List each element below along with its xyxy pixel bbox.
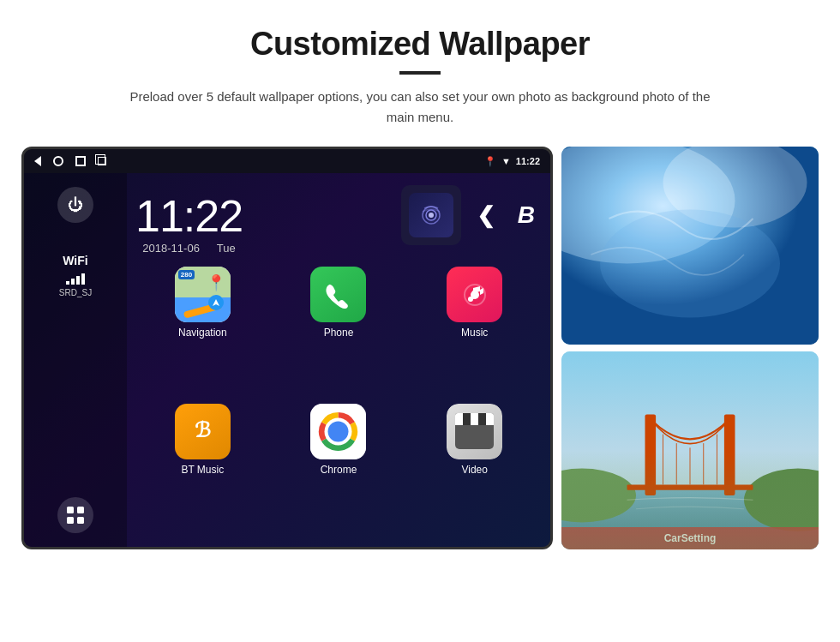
app-phone[interactable]: Phone (275, 267, 403, 395)
chrome-icon (310, 404, 366, 459)
svg-rect-20 (561, 351, 819, 549)
k-icon[interactable]: ❮ (470, 195, 502, 236)
page-subtitle: Preload over 5 default wallpaper options… (120, 87, 720, 128)
app-video[interactable]: Video (411, 404, 538, 532)
svg-rect-26 (627, 484, 753, 489)
k-label: ❮ (477, 202, 495, 229)
recent-apps-icon[interactable] (98, 157, 106, 165)
wallpaper-previews: CarSetting (561, 147, 819, 549)
wifi-label: WiFi (59, 254, 92, 267)
video-clapper (447, 404, 502, 459)
wifi-bar-3 (76, 276, 80, 285)
navigation-label: Navigation (178, 327, 227, 339)
svg-point-10 (468, 297, 473, 302)
clapper-body (455, 425, 494, 449)
svg-rect-3 (77, 517, 84, 524)
app-grid: 280 📍 Navigation (135, 260, 542, 538)
svg-marker-7 (213, 299, 219, 306)
map-pin: 📍 (207, 273, 220, 291)
wifi-ssid: SRD_SJ (59, 288, 92, 297)
sidebar: ⏻ WiFi SRD_SJ (24, 173, 127, 547)
app-chrome[interactable]: Chrome (275, 404, 403, 532)
top-row: 11:22 2018-11-06 Tue (135, 182, 542, 260)
clock-day: Tue (217, 242, 236, 255)
back-nav-icon[interactable] (34, 156, 41, 166)
video-label: Video (461, 464, 487, 476)
apps-grid-button[interactable] (57, 497, 93, 533)
carsetting-label: CarSetting (664, 532, 717, 544)
clock-date-text: 2018-11-06 (142, 242, 200, 255)
wifi-bar-1 (66, 281, 69, 285)
clock-time: 11:22 (135, 190, 243, 242)
svg-rect-0 (67, 507, 74, 513)
main-content: 📍 ▼ 11:22 ⏻ WiFi (34, 147, 806, 549)
app-navigation[interactable]: 280 📍 Navigation (139, 267, 267, 395)
music-label: Music (461, 327, 488, 339)
status-bar: 📍 ▼ 11:22 (24, 149, 550, 173)
android-device: 📍 ▼ 11:22 ⏻ WiFi (21, 147, 553, 549)
svg-point-23 (744, 469, 819, 532)
screen-body: ⏻ WiFi SRD_SJ (24, 173, 550, 547)
radio-icon-box[interactable] (401, 185, 461, 245)
wifi-status-icon: ▼ (501, 156, 511, 166)
svg-rect-21 (561, 487, 819, 550)
status-right: 📍 ▼ 11:22 (484, 156, 540, 167)
bt-music-label: BT Music (181, 464, 224, 476)
page-wrapper: Customized Wallpaper Preload over 5 defa… (0, 0, 840, 642)
wifi-bars (59, 271, 92, 285)
svg-rect-2 (67, 517, 74, 524)
wifi-bar-4 (81, 273, 85, 285)
app-music[interactable]: Music (411, 267, 538, 395)
title-divider (399, 71, 441, 75)
location-icon: 📍 (484, 156, 496, 167)
b-icon[interactable]: B (511, 195, 542, 236)
recents-nav-icon[interactable] (75, 156, 86, 166)
carsetting-strip[interactable]: CarSetting (561, 527, 819, 549)
phone-label: Phone (324, 327, 354, 339)
b-label: B (518, 201, 535, 229)
svg-text:ℬ: ℬ (195, 418, 211, 441)
wallpaper-bridge[interactable]: CarSetting (561, 351, 819, 549)
status-time: 11:22 (516, 156, 540, 166)
center-area: 11:22 2018-11-06 Tue (127, 173, 550, 547)
svg-point-22 (561, 469, 636, 523)
wallpaper-ice[interactable] (561, 147, 819, 345)
svg-point-19 (600, 210, 780, 318)
clapper-top (455, 413, 494, 425)
svg-point-15 (328, 421, 349, 441)
video-icon (447, 404, 502, 459)
status-left (34, 156, 106, 166)
bt-music-icon: ℬ (175, 404, 231, 459)
svg-rect-1 (77, 507, 84, 513)
power-button[interactable]: ⏻ (57, 187, 93, 223)
phone-icon (310, 267, 366, 322)
svg-point-6 (429, 213, 434, 218)
app-bt-music[interactable]: ℬ BT Music (139, 404, 267, 532)
navigation-icon: 280 📍 (175, 267, 231, 322)
page-title: Customized Wallpaper (250, 26, 590, 63)
radio-icon (409, 193, 453, 237)
wifi-info: WiFi SRD_SJ (59, 254, 92, 297)
chrome-label: Chrome (321, 464, 357, 476)
wifi-bar-2 (71, 279, 75, 285)
music-icon (447, 267, 502, 322)
map-badge: 280 (178, 270, 195, 279)
top-icons: ❮ B (401, 182, 542, 249)
clock-area: 11:22 2018-11-06 Tue (135, 182, 243, 260)
home-nav-icon[interactable] (53, 156, 63, 166)
map-nav-arrow (208, 295, 224, 310)
clock-date: 2018-11-06 Tue (135, 242, 243, 255)
